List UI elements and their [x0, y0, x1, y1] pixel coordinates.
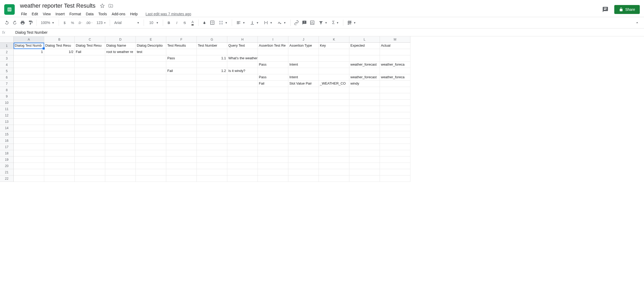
- functions-icon[interactable]: Σ▼: [330, 19, 341, 26]
- cell-A13[interactable]: [14, 119, 44, 125]
- cell-G14[interactable]: [197, 125, 227, 131]
- cell-D16[interactable]: [105, 138, 136, 144]
- cell-K12[interactable]: [319, 112, 349, 119]
- cell-J10[interactable]: [288, 100, 319, 106]
- row-header-17[interactable]: 17: [0, 144, 13, 150]
- cell-C17[interactable]: [75, 144, 105, 150]
- cell-A20[interactable]: [14, 163, 44, 169]
- share-button[interactable]: Share: [614, 5, 640, 14]
- cell-J1[interactable]: Assertion Type: [288, 43, 319, 49]
- cell-E11[interactable]: [136, 106, 166, 112]
- cell-I4[interactable]: Pass: [258, 62, 288, 68]
- cell-K4[interactable]: [319, 62, 349, 68]
- cell-D8[interactable]: [105, 87, 136, 93]
- cell-K7[interactable]: _WEATHER_CO: [319, 81, 349, 87]
- cell-D13[interactable]: [105, 119, 136, 125]
- cell-A8[interactable]: [14, 87, 44, 93]
- cell-I8[interactable]: [258, 87, 288, 93]
- cell-K14[interactable]: [319, 125, 349, 131]
- cell-I6[interactable]: Pass: [258, 74, 288, 81]
- cell-E13[interactable]: [136, 119, 166, 125]
- cell-G9[interactable]: [197, 93, 227, 100]
- cell-J8[interactable]: [288, 87, 319, 93]
- cell-E22[interactable]: [136, 175, 166, 182]
- cell-A11[interactable]: [14, 106, 44, 112]
- cell-B18[interactable]: [44, 150, 75, 157]
- cell-J21[interactable]: [288, 169, 319, 175]
- star-icon[interactable]: [100, 3, 105, 8]
- cell-F6[interactable]: [166, 74, 197, 81]
- cell-G20[interactable]: [197, 163, 227, 169]
- cell-M9[interactable]: [380, 93, 410, 100]
- cell-K11[interactable]: [319, 106, 349, 112]
- cell-M15[interactable]: [380, 131, 410, 138]
- column-header-I[interactable]: I: [258, 36, 288, 42]
- cell-C11[interactable]: [75, 106, 105, 112]
- cell-K3[interactable]: [319, 55, 349, 62]
- cell-A9[interactable]: [14, 93, 44, 100]
- cell-L17[interactable]: [349, 144, 380, 150]
- cell-L1[interactable]: Expected: [349, 43, 380, 49]
- cell-L19[interactable]: [349, 157, 380, 163]
- row-header-7[interactable]: 7: [0, 81, 13, 87]
- cell-L15[interactable]: [349, 131, 380, 138]
- cell-C21[interactable]: [75, 169, 105, 175]
- menu-data[interactable]: Data: [84, 11, 96, 17]
- cell-B14[interactable]: [44, 125, 75, 131]
- row-header-1[interactable]: 1: [0, 43, 13, 49]
- document-title[interactable]: weather reporter Test Results: [19, 2, 97, 10]
- cell-B20[interactable]: [44, 163, 75, 169]
- cell-G1[interactable]: Test Number: [197, 43, 227, 49]
- cell-F16[interactable]: [166, 138, 197, 144]
- cell-H1[interactable]: Query Text: [227, 43, 258, 49]
- insert-comment-icon[interactable]: [301, 19, 308, 26]
- cell-B2[interactable]: 1/2: [44, 49, 75, 55]
- row-header-15[interactable]: 15: [0, 131, 13, 138]
- cell-G3[interactable]: 1.1: [197, 55, 227, 62]
- cell-F14[interactable]: [166, 125, 197, 131]
- row-header-12[interactable]: 12: [0, 112, 13, 119]
- move-folder-icon[interactable]: [108, 3, 113, 8]
- currency-icon[interactable]: $: [61, 19, 68, 26]
- cell-C5[interactable]: [75, 68, 105, 74]
- cell-A21[interactable]: [14, 169, 44, 175]
- column-header-B[interactable]: B: [44, 36, 75, 42]
- cell-H21[interactable]: [227, 169, 258, 175]
- cell-F17[interactable]: [166, 144, 197, 150]
- cell-J17[interactable]: [288, 144, 319, 150]
- cell-A10[interactable]: [14, 100, 44, 106]
- cell-E5[interactable]: [136, 68, 166, 74]
- cell-I19[interactable]: [258, 157, 288, 163]
- column-header-D[interactable]: D: [105, 36, 136, 42]
- cell-M10[interactable]: [380, 100, 410, 106]
- cell-M19[interactable]: [380, 157, 410, 163]
- cell-C16[interactable]: [75, 138, 105, 144]
- cell-J3[interactable]: [288, 55, 319, 62]
- cell-H10[interactable]: [227, 100, 258, 106]
- row-header-8[interactable]: 8: [0, 87, 13, 93]
- cell-I16[interactable]: [258, 138, 288, 144]
- cell-G2[interactable]: [197, 49, 227, 55]
- cell-M7[interactable]: [380, 81, 410, 87]
- last-edit-link[interactable]: Last edit was 7 minutes ago: [145, 12, 191, 16]
- cell-G11[interactable]: [197, 106, 227, 112]
- cell-G10[interactable]: [197, 100, 227, 106]
- cell-D17[interactable]: [105, 144, 136, 150]
- cell-F10[interactable]: [166, 100, 197, 106]
- cell-K6[interactable]: [319, 74, 349, 81]
- cell-F19[interactable]: [166, 157, 197, 163]
- row-header-2[interactable]: 2: [0, 49, 13, 55]
- cell-L21[interactable]: [349, 169, 380, 175]
- fill-color-icon[interactable]: [201, 19, 208, 26]
- cell-B15[interactable]: [44, 131, 75, 138]
- cell-K15[interactable]: [319, 131, 349, 138]
- cell-D11[interactable]: [105, 106, 136, 112]
- cell-B8[interactable]: [44, 87, 75, 93]
- cell-B3[interactable]: [44, 55, 75, 62]
- number-format-select[interactable]: 123 ▾: [94, 19, 108, 26]
- cell-D22[interactable]: [105, 175, 136, 182]
- cell-B22[interactable]: [44, 175, 75, 182]
- cell-H6[interactable]: [227, 74, 258, 81]
- row-header-18[interactable]: 18: [0, 150, 13, 157]
- cell-F20[interactable]: [166, 163, 197, 169]
